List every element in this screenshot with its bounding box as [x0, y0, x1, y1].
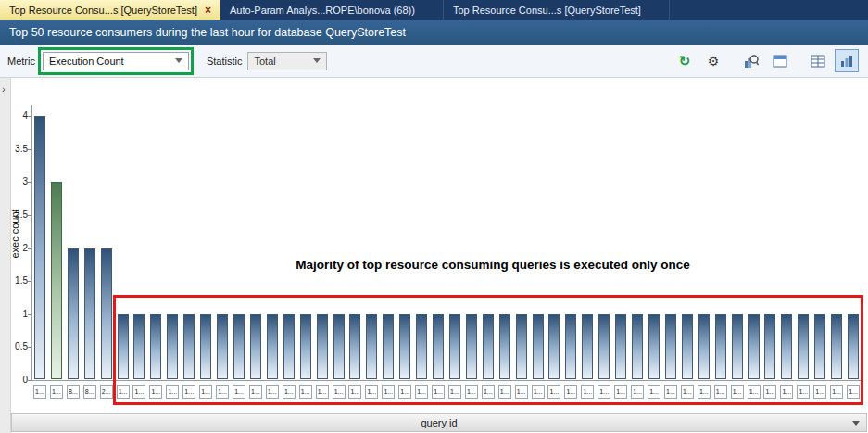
y-tick-mark — [28, 380, 31, 381]
bar[interactable] — [68, 248, 79, 380]
statistic-dropdown-value: Total — [254, 56, 275, 67]
bar-highlighted[interactable] — [51, 182, 62, 379]
y-tick-label: 3 — [4, 176, 28, 186]
x-axis-selector[interactable]: query id — [11, 413, 867, 432]
y-tick-label: 0.5 — [4, 341, 28, 351]
y-axis-title: exec count — [9, 95, 20, 373]
metric-dropdown-value: Execution Count — [49, 56, 124, 67]
x-tick-label[interactable]: 1... — [50, 385, 63, 399]
chevron-down-icon — [175, 58, 182, 63]
y-tick-label: 2 — [4, 243, 28, 253]
tab-label: Top Resource Consu...s [QueryStoreTest] — [9, 5, 197, 16]
close-icon[interactable]: × — [205, 5, 211, 16]
y-tick-mark — [28, 281, 31, 282]
tab-label: Auto-Param Analys...ROPE\bonova (68)) — [230, 5, 415, 16]
y-tick-mark — [28, 182, 31, 183]
x-tick-label[interactable]: 1... — [33, 385, 46, 399]
bar[interactable] — [34, 116, 45, 379]
split-view-icon[interactable] — [768, 49, 792, 72]
y-tick-mark — [28, 314, 31, 315]
x-tick-label[interactable]: 8... — [67, 385, 80, 399]
chevron-down-icon — [313, 58, 321, 63]
tab-auto-param-analysis[interactable]: Auto-Param Analys...ROPE\bonova (68)) — [220, 0, 444, 20]
bar-chart: exec count Majority of top resource cons… — [11, 78, 868, 433]
metric-dropdown[interactable]: Execution Count — [43, 52, 189, 70]
y-tick-mark — [28, 116, 31, 117]
x-tick-label[interactable]: 8... — [83, 385, 96, 399]
metric-highlight-box: Execution Count — [38, 47, 194, 75]
tab-top-resource-consumers-2[interactable]: Top Resource Consu...s [QueryStoreTest] — [444, 0, 670, 20]
grid-view-icon[interactable] — [806, 49, 830, 72]
bar[interactable] — [101, 248, 112, 380]
chart-zoom-icon[interactable] — [739, 49, 763, 72]
x-axis-title: query id — [421, 417, 457, 428]
tab-label: Top Resource Consu...s [QueryStoreTest] — [453, 5, 641, 16]
report-toolbar: Metric Execution Count Statistic Total ↻… — [0, 45, 868, 78]
y-tick-mark — [28, 248, 31, 249]
y-tick-label: 4 — [4, 110, 28, 121]
query-store-window: Top Resource Consu...s [QueryStoreTest] … — [0, 0, 868, 433]
settings-icon[interactable]: ⚙ — [701, 49, 725, 72]
report-title-bar: Top 50 resource consumers during the las… — [0, 20, 868, 45]
chart-annotation: Majority of top resource consuming queri… — [122, 258, 863, 272]
chart-view-icon[interactable] — [835, 49, 859, 72]
y-tick-mark — [28, 347, 31, 348]
statistic-dropdown[interactable]: Total — [247, 52, 327, 70]
statistic-label: Statistic — [207, 56, 243, 67]
expand-panel-icon[interactable]: › — [2, 83, 6, 95]
tab-top-resource-consumers-active[interactable]: Top Resource Consu...s [QueryStoreTest] … — [0, 0, 220, 20]
y-tick-label: 1.5 — [4, 275, 28, 286]
x-tick-label[interactable]: 2... — [100, 385, 113, 399]
page-title: Top 50 resource consumers during the las… — [9, 26, 406, 39]
toolbar-icon-group: ↻⚙ — [673, 49, 868, 72]
y-tick-label: 2.5 — [4, 210, 28, 220]
bar[interactable] — [84, 248, 95, 380]
refresh-icon[interactable]: ↻ — [673, 49, 697, 72]
metric-label: Metric — [7, 56, 35, 67]
chart-panel: exec count Majority of top resource cons… — [11, 78, 868, 433]
y-axis-line — [31, 105, 32, 381]
y-tick-label: 1 — [4, 309, 28, 319]
chevron-down-icon — [852, 421, 860, 426]
y-tick-mark — [28, 149, 31, 150]
red-highlight-box — [113, 295, 863, 405]
y-tick-label: 3.5 — [4, 144, 28, 154]
document-tab-bar: Top Resource Consu...s [QueryStoreTest] … — [0, 0, 868, 20]
y-tick-label: 0 — [4, 375, 28, 385]
y-tick-mark — [28, 215, 31, 216]
